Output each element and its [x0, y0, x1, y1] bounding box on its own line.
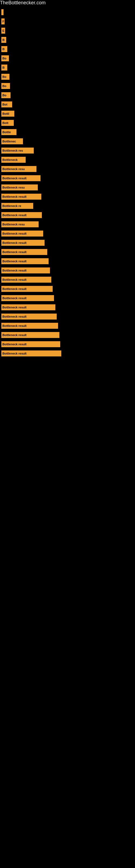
result-bar: Bottleneck result	[1, 240, 45, 246]
bar-row: Bottleneck resu	[1, 184, 134, 191]
result-bar: B	[1, 65, 7, 70]
result-bar: Bottleneck result	[1, 175, 41, 181]
result-bar	[1, 9, 3, 15]
result-bar: B	[1, 46, 7, 52]
result-bar: Bottleneck resu	[1, 184, 38, 190]
result-bar: Bottleneck re	[1, 203, 33, 209]
bars-container: FEBBBoBBoBoBoBotBottlBottBottleBottlenec…	[0, 6, 135, 362]
result-bar: Bottleneck result	[1, 286, 53, 292]
result-bar: Bottleneck resu	[1, 166, 37, 172]
result-bar: Bottlenec	[1, 138, 23, 144]
result-bar: Bottleneck result	[1, 332, 59, 338]
result-bar: Bottleneck result	[1, 230, 43, 237]
result-bar: Bottleneck result	[1, 212, 42, 218]
bar-row: Bottl	[1, 110, 134, 118]
bar-row: Bottleneck result	[1, 257, 134, 265]
bar-row: Bottlenec	[1, 137, 134, 145]
bar-row: Bo	[1, 73, 134, 81]
bar-row: Bottleneck result	[1, 350, 134, 357]
bar-row: Bottleneck resu	[1, 220, 134, 228]
result-bar: Bo	[1, 55, 9, 61]
bar-row: Bottleneck result	[1, 340, 134, 348]
bar-row: Bo	[1, 55, 134, 62]
result-bar: Bottleneck result	[1, 268, 50, 273]
result-bar: Bottleneck	[1, 157, 26, 163]
result-bar: Bo	[1, 92, 10, 98]
bar-row: B	[1, 36, 134, 44]
bar-row: B	[1, 45, 134, 53]
site-title: TheBottlenecker.com	[0, 0, 46, 8]
result-bar: Bottleneck result	[1, 314, 57, 319]
result-bar: Bott	[1, 120, 14, 126]
bar-row: F	[1, 18, 134, 25]
result-bar: Bo	[1, 74, 9, 80]
bar-row: Bottleneck result	[1, 276, 134, 283]
result-bar: E	[1, 28, 5, 34]
bar-row: E	[1, 27, 134, 34]
bar-row: Bottleneck result	[1, 304, 134, 311]
bar-row: Bottle	[1, 128, 134, 136]
result-bar: Bottleneck result	[1, 341, 60, 347]
result-bar: Bottleneck result	[1, 304, 55, 310]
bar-row: Bottleneck result	[1, 313, 134, 320]
result-bar: Bottleneck result	[1, 258, 49, 264]
bar-row: Bo	[1, 91, 134, 99]
result-bar: Bottleneck res	[1, 148, 34, 154]
result-bar: Bottleneck result	[1, 295, 54, 301]
bar-row: B	[1, 64, 134, 71]
result-bar: B	[1, 37, 6, 43]
bar-row: Bott	[1, 119, 134, 127]
result-bar: Bottleneck resu	[1, 221, 39, 227]
bar-row: Bottleneck result	[1, 322, 134, 330]
bar-row: Bot	[1, 101, 134, 108]
bar-row: Bottleneck resu	[1, 165, 134, 173]
bar-row: Bottleneck re	[1, 202, 134, 210]
result-bar: Bottle	[1, 129, 16, 135]
bar-row: Bottleneck result	[1, 294, 134, 302]
site-title-bar: TheBottlenecker.com	[0, 0, 135, 6]
bar-row: Bottleneck result	[1, 331, 134, 339]
result-bar: Bottleneck result	[1, 277, 51, 283]
bar-row: Bottleneck result	[1, 193, 134, 200]
result-bar: Bottleneck result	[1, 323, 58, 329]
result-bar: Bottleneck result	[1, 249, 47, 255]
bar-row: Bottleneck result	[1, 267, 134, 274]
result-bar: Bottleneck result	[1, 194, 41, 199]
bar-row: Bottleneck result	[1, 285, 134, 293]
bar-row: Bottleneck result	[1, 239, 134, 247]
result-bar: Bo	[1, 83, 10, 89]
bar-row: Bottleneck result	[1, 175, 134, 182]
bar-row: Bottleneck result	[1, 211, 134, 219]
bar-row: Bo	[1, 82, 134, 90]
result-bar: Bot	[1, 101, 12, 107]
result-bar: Bottleneck result	[1, 350, 61, 356]
bar-row	[1, 8, 134, 16]
result-bar: Bottl	[1, 111, 14, 117]
bar-row: Bottleneck result	[1, 230, 134, 237]
bar-row: Bottleneck	[1, 156, 134, 163]
result-bar: F	[1, 19, 5, 24]
bar-row: Bottleneck res	[1, 147, 134, 154]
bar-row: Bottleneck result	[1, 248, 134, 256]
